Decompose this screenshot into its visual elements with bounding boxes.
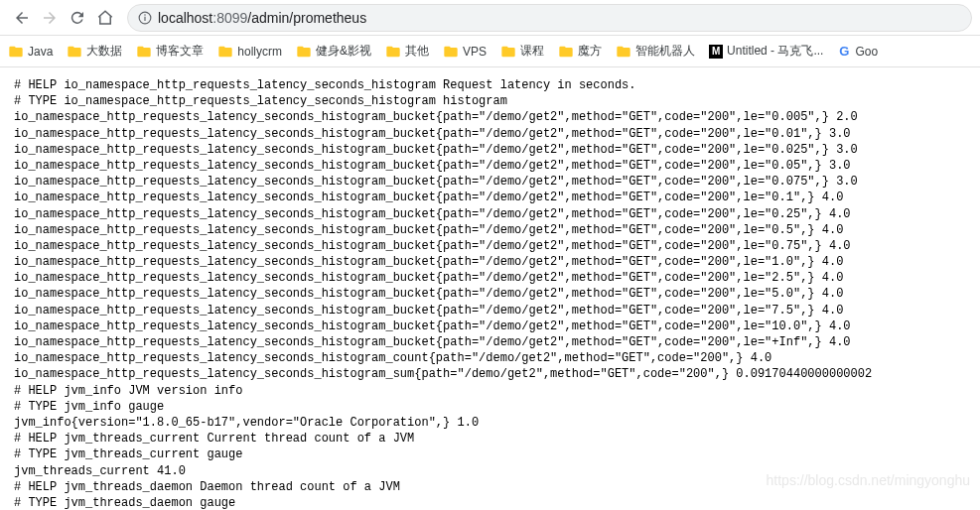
bookmark-label: 魔方: [578, 43, 602, 60]
bookmark-label: 智能机器人: [635, 43, 695, 60]
bookmark-item[interactable]: GGoo: [837, 45, 878, 59]
bookmark-label: 大数据: [86, 43, 122, 60]
bookmark-item[interactable]: 其他: [385, 43, 429, 60]
arrow-left-icon: [13, 9, 31, 27]
home-button[interactable]: [91, 4, 119, 32]
bookmark-label: hollycrm: [237, 45, 282, 59]
bookmark-label: 其他: [405, 43, 429, 60]
bookmark-label: Java: [28, 45, 53, 59]
bookmark-item[interactable]: 大数据: [67, 43, 122, 60]
address-bar[interactable]: localhost:8099/admin/prometheus: [127, 4, 972, 32]
folder-icon: [217, 44, 233, 60]
bookmark-item[interactable]: hollycrm: [217, 44, 282, 60]
folder-icon: [67, 44, 82, 60]
back-button[interactable]: [8, 4, 36, 32]
folder-icon: [385, 44, 401, 60]
info-icon: [138, 11, 152, 25]
google-icon: G: [837, 45, 851, 59]
bookmark-item[interactable]: 博客文章: [136, 43, 204, 60]
page-content: # HELP io_namespace_http_requests_latenc…: [0, 67, 980, 510]
folder-icon: [136, 44, 152, 60]
bookmark-item[interactable]: 健身&影视: [296, 43, 371, 60]
folder-icon: [500, 44, 516, 60]
site-icon: M: [709, 45, 723, 59]
bookmark-item[interactable]: VPS: [443, 44, 487, 60]
bookmark-label: 健身&影视: [316, 43, 371, 60]
bookmark-label: Goo: [855, 45, 878, 59]
forward-button[interactable]: [36, 4, 64, 32]
svg-point-2: [144, 14, 146, 16]
folder-icon: [616, 44, 631, 60]
bookmark-item[interactable]: Java: [8, 44, 53, 60]
bookmark-item[interactable]: MUntitled - 马克飞...: [709, 43, 823, 60]
bookmark-label: 课程: [520, 43, 544, 60]
bookmark-label: Untitled - 马克飞...: [727, 43, 823, 60]
bookmark-label: 博客文章: [156, 43, 204, 60]
url-host: localhost: [158, 10, 212, 26]
bookmark-item[interactable]: 智能机器人: [616, 43, 695, 60]
browser-toolbar: localhost:8099/admin/prometheus: [0, 0, 980, 36]
url-port: :8099: [212, 10, 247, 26]
bookmark-item[interactable]: 魔方: [558, 43, 602, 60]
folder-icon: [296, 44, 312, 60]
folder-icon: [558, 44, 574, 60]
bookmark-label: VPS: [463, 45, 487, 59]
reload-icon: [69, 9, 86, 27]
folder-icon: [8, 44, 24, 60]
folder-icon: [443, 44, 459, 60]
bookmarks-bar: Java大数据博客文章hollycrm健身&影视其他VPS课程魔方智能机器人MU…: [0, 36, 980, 67]
bookmark-item[interactable]: 课程: [500, 43, 544, 60]
arrow-right-icon: [41, 9, 59, 27]
url-path: /admin/prometheus: [247, 10, 366, 26]
reload-button[interactable]: [64, 4, 91, 32]
home-icon: [96, 9, 114, 27]
